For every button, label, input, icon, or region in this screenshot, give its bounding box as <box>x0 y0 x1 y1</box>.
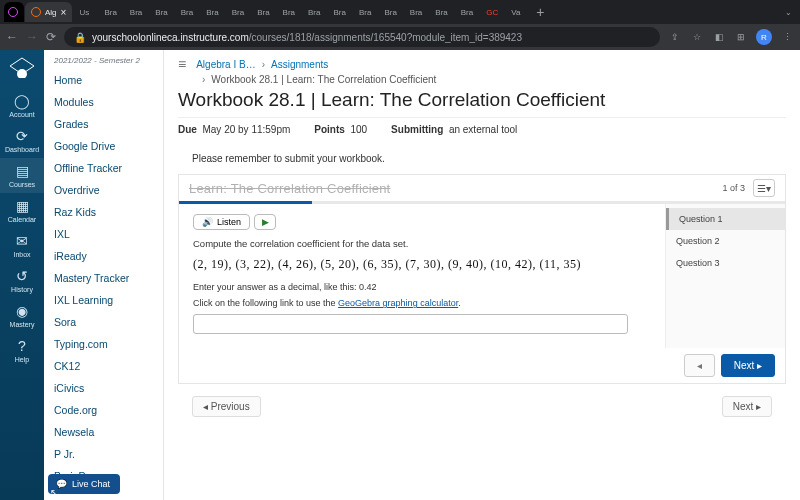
side-link-sora[interactable]: Sora <box>44 311 163 333</box>
side-link-modules[interactable]: Modules <box>44 91 163 113</box>
side-link-mastery-tracker[interactable]: Mastery Tracker <box>44 267 163 289</box>
listen-button[interactable]: 🔊Listen <box>193 214 250 230</box>
browser-tab[interactable]: Bra <box>226 2 250 22</box>
kebab-icon[interactable]: ⋮ <box>780 30 794 44</box>
url-host: yourschoolonlineca.instructure.com <box>92 32 249 43</box>
module-next-button[interactable]: Next ▸ <box>722 396 772 417</box>
side-link-overdrive[interactable]: Overdrive <box>44 179 163 201</box>
browser-tab[interactable]: Bra <box>353 2 377 22</box>
svg-point-1 <box>17 69 27 79</box>
share-icon[interactable]: ⇪ <box>668 30 682 44</box>
lock-icon: 🔒 <box>74 32 86 43</box>
browser-tab[interactable]: Bra <box>98 2 122 22</box>
module-previous-button[interactable]: ◂ Previous <box>192 396 261 417</box>
nav-dashboard[interactable]: ⟳Dashboard <box>0 123 44 158</box>
url-bar[interactable]: 🔒 yourschoolonlineca.instructure.com/cou… <box>64 27 660 47</box>
browser-tab[interactable]: Bra <box>277 2 301 22</box>
list-menu-button[interactable]: ☰▾ <box>753 179 775 197</box>
answer-input[interactable] <box>193 314 628 334</box>
play-icon: ▶ <box>262 217 269 227</box>
side-link-ck12[interactable]: CK12 <box>44 355 163 377</box>
nav-help[interactable]: ?Help <box>0 333 44 368</box>
side-link-grades[interactable]: Grades <box>44 113 163 135</box>
user-icon: ◯ <box>14 93 30 109</box>
reload-icon[interactable]: ⟳ <box>46 30 56 44</box>
browser-tab[interactable]: Bra <box>429 2 453 22</box>
crumb-course[interactable]: Algebra I B… <box>196 59 255 70</box>
link-hint: Click on the following link to use the G… <box>193 298 651 308</box>
side-link-offline-tracker[interactable]: Offline Tracker <box>44 157 163 179</box>
browser-tab[interactable]: Bra <box>200 2 224 22</box>
inbox-icon: ✉ <box>16 233 28 249</box>
nav-inbox[interactable]: ✉Inbox <box>0 228 44 263</box>
nav-account[interactable]: ◯Account <box>0 88 44 123</box>
side-link-typing[interactable]: Typing.com <box>44 333 163 355</box>
browser-tab[interactable]: Bra <box>175 2 199 22</box>
play-button[interactable]: ▶ <box>254 214 276 230</box>
close-icon[interactable]: × <box>61 7 67 18</box>
question-3[interactable]: Question 3 <box>666 252 785 274</box>
cursor-icon: ↖ <box>50 487 58 498</box>
question-list: Question 1 Question 2 Question 3 <box>665 204 785 348</box>
global-nav: ◯Account ⟳Dashboard ▤Courses ▦Calendar ✉… <box>0 50 44 500</box>
browser-tab[interactable]: Bra <box>455 2 479 22</box>
browser-tab[interactable]: Bra <box>404 2 428 22</box>
live-chat-button[interactable]: 💬Live Chat <box>48 474 120 494</box>
nav-mastery[interactable]: ◉Mastery <box>0 298 44 333</box>
new-tab-button[interactable]: + <box>530 4 550 20</box>
forward-icon[interactable]: → <box>26 30 38 44</box>
browser-tab[interactable]: Bra <box>251 2 275 22</box>
browser-tab[interactable]: Us <box>73 2 97 22</box>
browser-tab-active[interactable]: Alg× <box>25 2 72 22</box>
tool-heading: Learn: The Correlation Coefficient <box>189 181 390 196</box>
browser-tab[interactable]: Bra <box>124 2 148 22</box>
school-logo[interactable] <box>6 54 38 86</box>
side-link-home[interactable]: Home <box>44 69 163 91</box>
side-link-ixl[interactable]: IXL <box>44 223 163 245</box>
extension-icon[interactable]: ◧ <box>712 30 726 44</box>
nav-history[interactable]: ↺History <box>0 263 44 298</box>
history-icon: ↺ <box>16 268 28 284</box>
browser-tab-strip: Alg× Us Bra Bra Bra Bra Bra Bra Bra Bra … <box>0 0 800 24</box>
browser-tab[interactable]: Bra <box>302 2 326 22</box>
tool-next-button[interactable]: Next ▸ <box>721 354 775 377</box>
tabs-dropdown-icon[interactable]: ⌄ <box>781 8 796 17</box>
side-link-google-drive[interactable]: Google Drive <box>44 135 163 157</box>
browser-tab[interactable]: Bra <box>327 2 351 22</box>
browser-tab[interactable]: Va <box>505 2 529 22</box>
chevron-right-icon: › <box>202 74 205 85</box>
hamburger-icon[interactable]: ≡ <box>178 56 186 72</box>
side-link-pjr[interactable]: P Jr. <box>44 443 163 465</box>
browser-tab[interactable]: Bra <box>149 2 173 22</box>
side-link-icivics[interactable]: iCivics <box>44 377 163 399</box>
speaker-icon: 🔊 <box>202 217 213 227</box>
nav-calendar[interactable]: ▦Calendar <box>0 193 44 228</box>
star-icon[interactable]: ☆ <box>690 30 704 44</box>
side-link-raz-kids[interactable]: Raz Kids <box>44 201 163 223</box>
question-1[interactable]: Question 1 <box>666 208 785 230</box>
nav-courses[interactable]: ▤Courses <box>0 158 44 193</box>
browser-tab[interactable]: GC <box>480 2 504 22</box>
question-2[interactable]: Question 2 <box>666 230 785 252</box>
tool-prev-button[interactable]: ◂ <box>684 354 715 377</box>
question-prompt: Compute the correlation coefficient for … <box>193 238 651 249</box>
side-link-codeorg[interactable]: Code.org <box>44 399 163 421</box>
crumb-current: Workbook 28.1 | Learn: The Correlation C… <box>211 74 436 85</box>
side-link-iready[interactable]: iReady <box>44 245 163 267</box>
external-tool: Learn: The Correlation Coefficient 1 of … <box>178 174 786 384</box>
list-icon: ☰ <box>757 183 766 194</box>
chevron-right-icon: › <box>262 59 265 70</box>
side-link-ixl-learning[interactable]: IXL Learning <box>44 289 163 311</box>
browser-tab[interactable] <box>4 2 24 22</box>
crumb-assignments[interactable]: Assignments <box>271 59 328 70</box>
data-set: (2, 19), (3, 22), (4, 26), (5, 20), (6, … <box>193 257 651 272</box>
side-link-newsela[interactable]: Newsela <box>44 421 163 443</box>
progress-bar <box>179 201 785 204</box>
profile-avatar[interactable]: R <box>756 29 772 45</box>
calendar-icon: ▦ <box>16 198 29 214</box>
browser-tab[interactable]: Bra <box>378 2 402 22</box>
target-icon: ◉ <box>16 303 28 319</box>
back-icon[interactable]: ← <box>6 30 18 44</box>
geogebra-link[interactable]: GeoGebra graphing calculator <box>338 298 458 308</box>
extensions-puzzle-icon[interactable]: ⊞ <box>734 30 748 44</box>
